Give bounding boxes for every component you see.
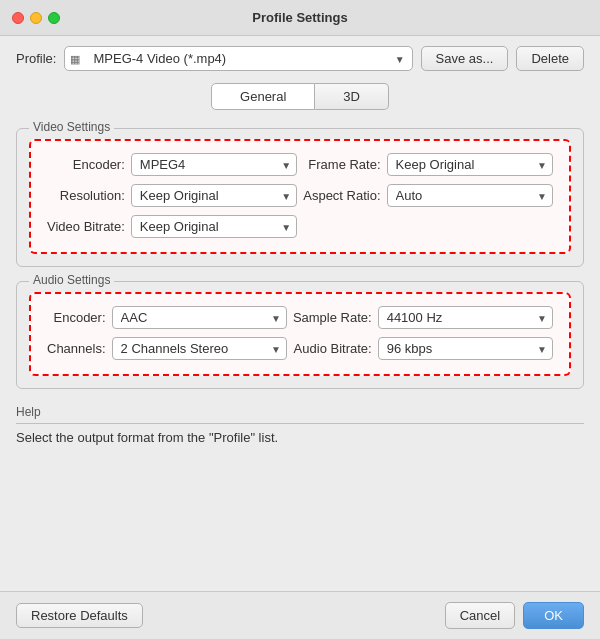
profile-icon: ▦ — [70, 52, 80, 65]
bottom-right-buttons: Cancel OK — [445, 602, 584, 629]
title-bar: Profile Settings — [0, 0, 600, 36]
sample-rate-select[interactable]: 44100 Hz 22050 Hz 48000 Hz — [378, 306, 553, 329]
audio-encoder-label: Encoder: — [47, 310, 106, 325]
minimize-button[interactable] — [30, 12, 42, 24]
frame-rate-label: Frame Rate: — [303, 157, 380, 172]
encoder-select[interactable]: MPEG4 H.264 H.265 — [131, 153, 297, 176]
profile-row: Profile: ▦ MPEG-4 Video (*.mp4) ▼ Save a… — [16, 46, 584, 71]
delete-button[interactable]: Delete — [516, 46, 584, 71]
ok-button[interactable]: OK — [523, 602, 584, 629]
audio-bitrate-select-wrap: 96 kbps 128 kbps 192 kbps 256 kbps ▼ — [378, 337, 553, 360]
audio-settings-inner: Encoder: AAC MP3 AC3 ▼ Sample Rate: 4410… — [29, 292, 571, 376]
video-bitrate-select[interactable]: Keep Original 256 kbps 512 kbps 1 Mbps 2… — [131, 215, 297, 238]
video-settings-inner: Encoder: MPEG4 H.264 H.265 ▼ Frame Rate:… — [29, 139, 571, 254]
channels-select[interactable]: 2 Channels Stereo 1 Channel Mono 5.1 Sur… — [112, 337, 287, 360]
video-bitrate-select-wrap: Keep Original 256 kbps 512 kbps 1 Mbps 2… — [131, 215, 297, 238]
audio-settings-grid: Encoder: AAC MP3 AC3 ▼ Sample Rate: 4410… — [47, 306, 553, 360]
help-title: Help — [16, 405, 584, 424]
traffic-lights — [12, 12, 60, 24]
tab-general[interactable]: General — [211, 83, 315, 110]
aspect-ratio-select[interactable]: Auto 16:9 4:3 1:1 — [387, 184, 553, 207]
video-bitrate-label: Video Bitrate: — [47, 219, 125, 234]
video-settings-section: Video Settings Encoder: MPEG4 H.264 H.26… — [16, 128, 584, 267]
tab-3d[interactable]: 3D — [315, 83, 389, 110]
frame-rate-select-wrap: Keep Original 24 25 30 60 ▼ — [387, 153, 553, 176]
audio-encoder-select[interactable]: AAC MP3 AC3 — [112, 306, 287, 329]
help-section: Help Select the output format from the "… — [16, 399, 584, 449]
maximize-button[interactable] — [48, 12, 60, 24]
sample-rate-select-wrap: 44100 Hz 22050 Hz 48000 Hz ▼ — [378, 306, 553, 329]
main-content: Profile: ▦ MPEG-4 Video (*.mp4) ▼ Save a… — [0, 36, 600, 591]
cancel-button[interactable]: Cancel — [445, 602, 515, 629]
resolution-select-wrap: Keep Original 1920x1080 1280x720 640x480… — [131, 184, 297, 207]
video-settings-label: Video Settings — [29, 120, 114, 134]
audio-bitrate-select[interactable]: 96 kbps 128 kbps 192 kbps 256 kbps — [378, 337, 553, 360]
profile-select-wrapper: ▦ MPEG-4 Video (*.mp4) ▼ — [64, 46, 412, 71]
save-as-button[interactable]: Save as... — [421, 46, 509, 71]
window-title: Profile Settings — [252, 10, 347, 25]
bottom-bar: Restore Defaults Cancel OK — [0, 591, 600, 639]
audio-bitrate-label: Audio Bitrate: — [293, 341, 372, 356]
tabs-row: General 3D — [16, 83, 584, 110]
audio-settings-label: Audio Settings — [29, 273, 114, 287]
profile-label: Profile: — [16, 51, 56, 66]
aspect-ratio-select-wrap: Auto 16:9 4:3 1:1 ▼ — [387, 184, 553, 207]
aspect-ratio-label: Aspect Ratio: — [303, 188, 380, 203]
resolution-select[interactable]: Keep Original 1920x1080 1280x720 640x480 — [131, 184, 297, 207]
restore-defaults-button[interactable]: Restore Defaults — [16, 603, 143, 628]
frame-rate-select[interactable]: Keep Original 24 25 30 60 — [387, 153, 553, 176]
audio-settings-section: Audio Settings Encoder: AAC MP3 AC3 ▼ Sa… — [16, 281, 584, 389]
encoder-select-wrap: MPEG4 H.264 H.265 ▼ — [131, 153, 297, 176]
resolution-label: Resolution: — [47, 188, 125, 203]
profile-select[interactable]: MPEG-4 Video (*.mp4) — [64, 46, 412, 71]
close-button[interactable] — [12, 12, 24, 24]
encoder-label: Encoder: — [47, 157, 125, 172]
audio-encoder-select-wrap: AAC MP3 AC3 ▼ — [112, 306, 287, 329]
channels-select-wrap: 2 Channels Stereo 1 Channel Mono 5.1 Sur… — [112, 337, 287, 360]
help-text: Select the output format from the "Profi… — [16, 430, 584, 445]
channels-label: Channels: — [47, 341, 106, 356]
video-settings-grid: Encoder: MPEG4 H.264 H.265 ▼ Frame Rate:… — [47, 153, 553, 238]
sample-rate-label: Sample Rate: — [293, 310, 372, 325]
